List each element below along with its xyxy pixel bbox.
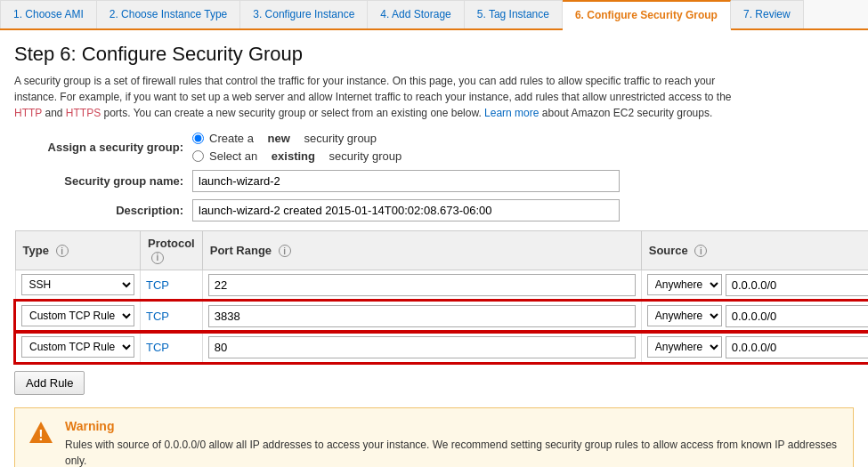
warning-triangle-icon: ! — [28, 419, 54, 446]
main-content: Step 6: Configure Security Group A secur… — [0, 30, 868, 467]
protocol-value: TCP — [146, 310, 169, 323]
cidr-input[interactable] — [726, 336, 868, 358]
learn-more-link[interactable]: Learn more — [484, 107, 539, 119]
select-existing-option[interactable]: Select an existing security group — [192, 149, 854, 163]
tab-tag-instance[interactable]: 5. Tag Instance — [465, 0, 563, 28]
port-range-input[interactable] — [208, 336, 636, 358]
port-range-cell — [202, 270, 641, 301]
security-group-name-input[interactable] — [192, 170, 620, 192]
warning-text: Rules with source of 0.0.0.0/0 allow all… — [65, 437, 840, 468]
tab-review[interactable]: 7. Review — [731, 0, 804, 28]
cidr-input[interactable] — [726, 274, 868, 296]
col-protocol: Protocol i — [141, 231, 203, 270]
page-title: Step 6: Configure Security Group — [14, 43, 854, 66]
create-new-option[interactable]: Create a new security group — [192, 132, 854, 145]
port-range-input[interactable] — [208, 274, 636, 296]
http-link[interactable]: HTTP — [14, 107, 42, 119]
type-info-icon[interactable]: i — [56, 245, 69, 257]
port-range-cell — [202, 332, 641, 363]
type-cell: SSHCustom TCP RuleHTTPHTTPSAll traffic — [15, 332, 141, 363]
protocol-value: TCP — [146, 341, 169, 354]
protocol-cell: TCP — [141, 301, 203, 332]
protocol-cell: TCP — [141, 270, 203, 301]
type-select[interactable]: SSHCustom TCP RuleHTTPHTTPSAll traffic — [21, 305, 134, 326]
source-select[interactable]: AnywhereCustomMy IP — [647, 274, 722, 295]
type-select[interactable]: SSHCustom TCP RuleHTTPHTTPSAll traffic — [21, 336, 134, 358]
source-select[interactable]: AnywhereCustomMy IP — [647, 336, 722, 358]
add-rule-button[interactable]: Add Rule — [14, 371, 85, 395]
warning-box: ! Warning Rules with source of 0.0.0.0/0… — [14, 407, 854, 468]
source-cell: AnywhereCustomMy IP — [641, 332, 868, 363]
protocol-cell: TCP — [141, 332, 203, 363]
source-cell: AnywhereCustomMy IP — [641, 301, 868, 332]
name-label: Security group name: — [14, 174, 192, 188]
description-row: Description: — [14, 199, 854, 221]
security-group-name-row: Security group name: — [14, 170, 854, 192]
source-select[interactable]: AnywhereCustomMy IP — [647, 305, 722, 326]
source-info-icon[interactable]: i — [694, 245, 707, 257]
assign-options: Create a new security group Select an ex… — [192, 132, 854, 163]
description-input[interactable] — [192, 199, 620, 221]
type-select[interactable]: SSHCustom TCP RuleHTTPHTTPSAll traffic — [21, 274, 134, 295]
col-port-range: Port Range i — [202, 231, 641, 270]
assign-label: Assign a security group: — [14, 141, 192, 154]
name-value-container — [192, 170, 854, 192]
page-description: A security group is a set of firewall ru… — [14, 73, 854, 121]
assign-security-group-row: Assign a security group: Create a new se… — [14, 132, 854, 163]
tab-add-storage[interactable]: 4. Add Storage — [368, 0, 464, 28]
tab-instance-type[interactable]: 2. Choose Instance Type — [97, 0, 241, 28]
col-type: Type i — [15, 231, 141, 270]
description-label: Description: — [14, 204, 192, 217]
port-range-info-icon[interactable]: i — [279, 245, 291, 257]
warning-title: Warning — [65, 419, 840, 433]
tab-choose-ami[interactable]: 1. Choose AMI — [0, 0, 97, 28]
tab-configure-security-group[interactable]: 6. Configure Security Group — [563, 0, 731, 30]
warning-content: Warning Rules with source of 0.0.0.0/0 a… — [65, 419, 840, 468]
svg-text:!: ! — [38, 428, 43, 443]
type-cell: SSHCustom TCP RuleHTTPHTTPSAll traffic — [15, 270, 141, 301]
port-range-cell — [202, 301, 641, 332]
cidr-input[interactable] — [726, 305, 868, 327]
col-source: Source i — [641, 231, 868, 270]
wizard-tabs: 1. Choose AMI 2. Choose Instance Type 3.… — [0, 0, 868, 30]
tab-configure-instance[interactable]: 3. Configure Instance — [240, 0, 368, 28]
rules-table: Type i Protocol i Port Range i Source i — [14, 230, 868, 364]
select-existing-radio[interactable] — [192, 150, 204, 162]
port-range-input[interactable] — [208, 305, 636, 327]
protocol-info-icon[interactable]: i — [151, 252, 164, 264]
create-new-radio[interactable] — [192, 133, 204, 144]
description-value-container — [192, 199, 854, 221]
source-cell: AnywhereCustomMy IP — [641, 270, 868, 301]
protocol-value: TCP — [146, 278, 169, 292]
https-link[interactable]: HTTPS — [66, 107, 101, 119]
type-cell: SSHCustom TCP RuleHTTPHTTPSAll traffic — [15, 301, 141, 332]
